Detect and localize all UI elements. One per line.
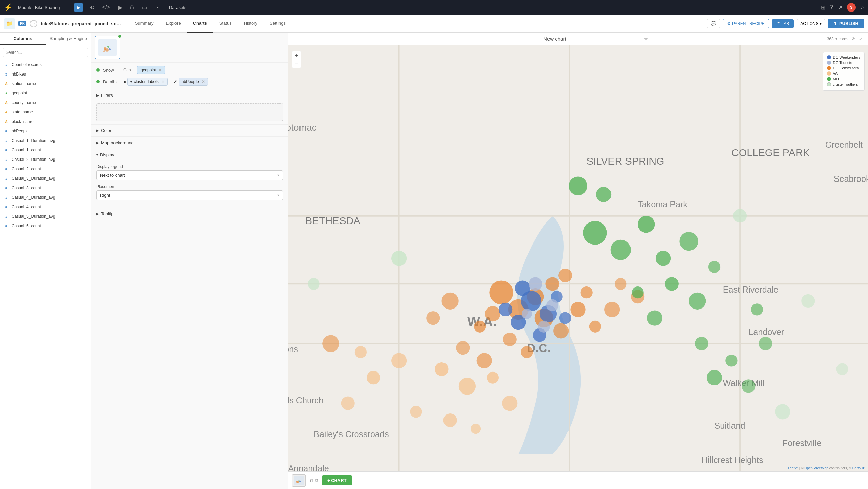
column-list: #Count of records#nbBikesAstation_name●g… bbox=[0, 60, 91, 489]
refresh-icon[interactable]: ⟳ bbox=[852, 36, 855, 41]
osm-link[interactable]: OpenStreetMap bbox=[804, 466, 828, 470]
filters-dropzone[interactable] bbox=[96, 103, 283, 121]
comment-button[interactable]: 💬 bbox=[707, 19, 720, 28]
tab-history[interactable]: History bbox=[238, 15, 264, 33]
column-item[interactable]: #Casual_3_Duration_avg bbox=[0, 174, 91, 183]
display-header[interactable]: ▾ Display bbox=[91, 149, 288, 161]
svg-point-72 bbox=[665, 277, 679, 291]
detail2-scatter-icon: ⤢ bbox=[174, 79, 177, 84]
tooltip-header[interactable]: ▶ Tooltip bbox=[91, 208, 288, 220]
column-item[interactable]: #Casual_1_count bbox=[0, 145, 91, 155]
svg-point-51 bbox=[589, 321, 601, 333]
column-item[interactable]: #nbBikes bbox=[0, 69, 91, 79]
geo-value-badge[interactable]: geopoint ✕ bbox=[137, 66, 165, 74]
column-item[interactable]: #Count of records bbox=[0, 60, 91, 69]
svg-point-80 bbox=[596, 187, 611, 202]
bottom-chart-thumb[interactable] bbox=[292, 474, 306, 487]
detail2-pill[interactable]: nbPeople ✕ bbox=[179, 78, 208, 86]
tab-charts[interactable]: Charts bbox=[187, 15, 213, 33]
geo-delete-icon[interactable]: ✕ bbox=[158, 68, 162, 72]
column-item[interactable]: #Casual_1_Duration_avg bbox=[0, 136, 91, 145]
sidebar-tab-columns[interactable]: Columns bbox=[0, 33, 46, 45]
nav-icon-arrow[interactable]: ▶ bbox=[74, 3, 83, 12]
publish-button[interactable]: ⬆ PUBLISH bbox=[828, 19, 864, 28]
search-icon[interactable]: ⌕ bbox=[861, 4, 864, 10]
display-legend-dropdown[interactable]: Next to chart ▾ bbox=[96, 170, 283, 180]
zoom-in-button[interactable]: + bbox=[292, 51, 301, 60]
help-icon[interactable]: ? bbox=[830, 4, 833, 10]
svg-point-50 bbox=[426, 311, 440, 325]
svg-point-68 bbox=[611, 240, 631, 260]
svg-point-71 bbox=[679, 232, 698, 251]
column-item[interactable]: #Casual_4_Duration_avg bbox=[0, 193, 91, 202]
svg-text:East Riverdale: East Riverdale bbox=[723, 285, 779, 294]
column-item[interactable]: #Casual_2_Duration_avg bbox=[0, 155, 91, 164]
svg-point-102 bbox=[836, 363, 848, 375]
tab-status[interactable]: Status bbox=[213, 15, 238, 33]
nav-icon-play[interactable]: ▶ bbox=[117, 3, 124, 12]
add-chart-button[interactable]: + CHART bbox=[322, 475, 352, 485]
zoom-controls: + − bbox=[292, 51, 301, 68]
tab-explore[interactable]: Explore bbox=[160, 15, 187, 33]
color-header[interactable]: ▶ Color bbox=[91, 125, 288, 136]
nav-icon-window[interactable]: ▭ bbox=[141, 3, 148, 12]
column-name: Count of records bbox=[12, 62, 42, 67]
zoom-out-button[interactable]: − bbox=[292, 60, 301, 68]
column-item[interactable]: #Casual_4_count bbox=[0, 202, 91, 212]
tab-summary[interactable]: Summary bbox=[129, 15, 160, 33]
expand-icon[interactable]: ⤢ bbox=[859, 36, 863, 41]
chart-edit-icon[interactable]: ✏ bbox=[644, 36, 648, 41]
nav-icon-refresh[interactable]: ⟲ bbox=[88, 3, 96, 12]
svg-point-67 bbox=[583, 221, 607, 244]
placement-label: Placement bbox=[96, 184, 283, 189]
analytics-icon[interactable]: ↗ bbox=[838, 4, 842, 11]
user-avatar[interactable]: S bbox=[847, 3, 856, 12]
bottom-delete-icon[interactable]: 🗑 bbox=[309, 478, 313, 483]
bottom-copy-icon[interactable]: ⧉ bbox=[315, 478, 318, 483]
placement-dropdown[interactable]: Right ▾ bbox=[96, 190, 283, 200]
column-item[interactable]: ●geopoint bbox=[0, 88, 91, 98]
detail1-pill[interactable]: ▾ cluster_labels ✕ bbox=[127, 78, 167, 86]
svg-point-4 bbox=[109, 48, 111, 50]
column-item[interactable]: Astation_name bbox=[0, 79, 91, 88]
chart-thumb-map[interactable] bbox=[95, 36, 120, 59]
nav-icon-print[interactable]: ⎙ bbox=[129, 3, 135, 12]
svg-point-83 bbox=[759, 337, 772, 350]
column-item[interactable]: Ablock_name bbox=[0, 117, 91, 126]
column-item[interactable]: #nbPeople bbox=[0, 126, 91, 136]
actions-button[interactable]: ACTIONS ▾ bbox=[797, 19, 825, 28]
detail1-delete-icon[interactable]: ✕ bbox=[161, 79, 165, 84]
svg-point-37 bbox=[545, 277, 559, 291]
column-item[interactable]: #Casual_2_count bbox=[0, 164, 91, 174]
svg-point-62 bbox=[410, 406, 422, 418]
display-section: ▾ Display Display legend Next to chart ▾… bbox=[91, 149, 288, 208]
column-name: Casual_1_Duration_avg bbox=[12, 138, 55, 143]
map-background-header[interactable]: ▶ Map background bbox=[91, 137, 288, 149]
center-panel: Show Geo geopoint ✕ Details ● ▾ cluster_… bbox=[91, 33, 288, 489]
nav-icon-more[interactable]: ··· bbox=[154, 3, 161, 12]
grid-icon[interactable]: ⊞ bbox=[821, 4, 825, 11]
lab-button[interactable]: ⚗ LAB bbox=[772, 19, 794, 28]
datasets-link[interactable]: Datasets bbox=[169, 5, 186, 10]
nav-icon-code[interactable]: </> bbox=[101, 3, 111, 12]
column-item[interactable]: Acounty_name bbox=[0, 98, 91, 107]
tab-settings[interactable]: Settings bbox=[264, 15, 292, 33]
search-input[interactable] bbox=[3, 48, 88, 57]
detail2-delete-icon[interactable]: ✕ bbox=[202, 79, 205, 84]
filters-header[interactable]: ▶ Filters bbox=[91, 89, 288, 101]
parent-recipe-button[interactable]: ⚙ PARENT RECIPE bbox=[723, 19, 769, 28]
cartodb-link[interactable]: CartoDB bbox=[852, 466, 865, 470]
column-type-icon: A bbox=[4, 101, 9, 105]
column-item[interactable]: #Casual_5_count bbox=[0, 221, 91, 231]
publish-icon: ⬆ bbox=[833, 21, 837, 26]
column-item[interactable]: #Casual_3_count bbox=[0, 183, 91, 193]
svg-point-54 bbox=[615, 278, 626, 290]
leaflet-link[interactable]: Leaflet bbox=[788, 466, 798, 470]
svg-point-59 bbox=[391, 353, 407, 368]
column-item[interactable]: #Casual_5_Duration_avg bbox=[0, 212, 91, 221]
column-item[interactable]: Astate_name bbox=[0, 107, 91, 117]
chart-header: New chart ✏ 363 records ⟳ ⤢ bbox=[288, 33, 868, 45]
sidebar-tab-sampling[interactable]: Sampling & Engine bbox=[46, 33, 91, 45]
svg-point-52 bbox=[604, 302, 620, 317]
ds-circle: ○ bbox=[30, 20, 37, 27]
